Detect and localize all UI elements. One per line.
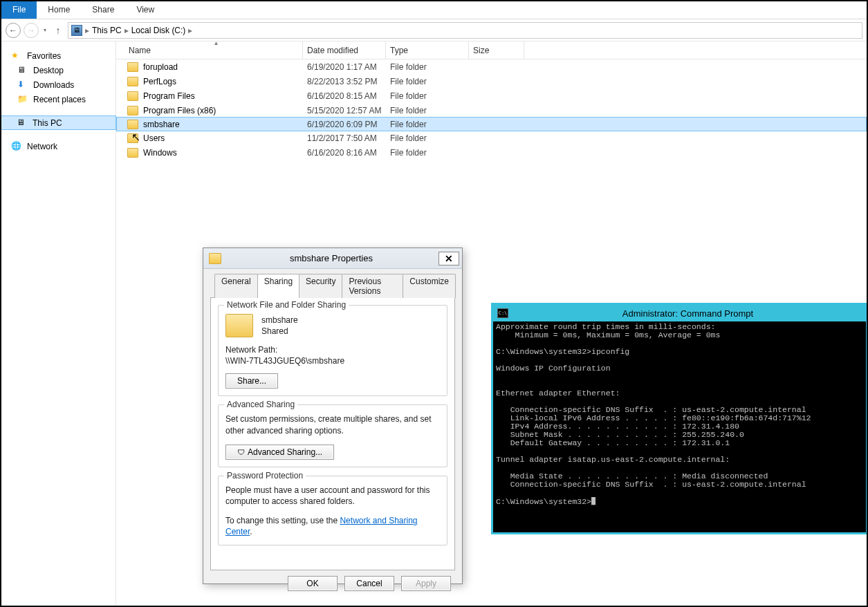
advanced-sharing-button[interactable]: Advanced Sharing...: [225, 445, 334, 460]
file-row[interactable]: forupload6/19/2020 1:17 AMFile folder: [116, 59, 867, 74]
sidebar-label: Network: [27, 142, 57, 151]
file-type: File folder: [386, 120, 469, 129]
tab-previous[interactable]: Previous Versions: [342, 274, 403, 298]
nav-forward-button[interactable]: →: [24, 23, 39, 38]
nav-history-caret[interactable]: ▾: [41, 27, 48, 33]
cmd-titlebar[interactable]: Administrator: Command Prompt: [493, 305, 866, 321]
sidebar-favorites[interactable]: Favorites: [1, 48, 116, 63]
sidebar-network[interactable]: Network: [1, 139, 116, 153]
sidebar-downloads[interactable]: Downloads: [1, 77, 116, 92]
breadcrumb-drive[interactable]: Local Disk (C:): [131, 26, 186, 35]
breadcrumb-sep-icon: ▸: [84, 26, 91, 35]
folder-icon: [209, 253, 221, 264]
file-row[interactable]: Program Files6/16/2020 8:15 AMFile folde…: [116, 88, 867, 103]
file-type: File folder: [386, 77, 469, 86]
group-legend: Advanced Sharing: [224, 400, 297, 409]
file-date: 5/15/2020 12:57 AM: [303, 106, 386, 115]
cancel-button[interactable]: Cancel: [344, 576, 394, 591]
password-protection-group: Password Protection People must have a u…: [218, 476, 447, 545]
file-name: Program Files (x86): [143, 106, 216, 115]
file-row[interactable]: Windows6/16/2020 8:16 AMFile folder: [116, 145, 867, 160]
navigation-pane: Favorites Desktop Downloads Recent place…: [1, 41, 116, 606]
command-prompt-window: Administrator: Command Prompt Approximat…: [491, 303, 868, 534]
advanced-desc: Set custom permissions, create multiple …: [225, 413, 440, 436]
file-type: File folder: [386, 91, 469, 101]
folder-icon: [127, 133, 138, 143]
sidebar-thispc[interactable]: This PC: [1, 115, 116, 130]
network-path-label: Network Path:: [225, 344, 440, 355]
folder-icon: [127, 91, 138, 101]
dialog-title: smbshare Properties: [224, 253, 438, 263]
folder-icon: [127, 77, 138, 86]
sidebar-label: Desktop: [33, 66, 64, 75]
ribbon-tab-file[interactable]: File: [1, 1, 37, 19]
folder-icon: [127, 106, 138, 115]
file-name: PerfLogs: [143, 77, 176, 86]
tab-sharing[interactable]: Sharing: [257, 274, 299, 298]
dialog-footer: OK Cancel Apply: [210, 570, 455, 591]
group-legend: Network File and Folder Sharing: [224, 300, 349, 310]
star-icon: [11, 50, 22, 62]
ribbon: File Home Share View: [1, 1, 867, 19]
folder-icon: [225, 314, 253, 337]
file-date: 11/2/2017 7:50 AM: [303, 133, 386, 143]
file-date: 6/19/2020 1:17 AM: [303, 62, 386, 72]
file-name: Program Files: [143, 91, 195, 101]
password-desc: People must have a user account and pass…: [225, 485, 440, 507]
share-status: Shared: [261, 326, 298, 337]
file-row[interactable]: Program Files (x86)5/15/2020 12:57 AMFil…: [116, 103, 867, 118]
file-row[interactable]: PerfLogs8/22/2013 3:52 PMFile folder: [116, 74, 867, 88]
nav-up-button[interactable]: ↑: [51, 25, 65, 36]
file-row[interactable]: smbshare6/19/2020 6:09 PMFile folder: [116, 117, 867, 131]
apply-button[interactable]: Apply: [401, 576, 451, 591]
breadcrumb-thispc[interactable]: This PC: [92, 26, 122, 35]
folder-icon: [17, 94, 28, 105]
folder-icon: [127, 148, 138, 158]
tab-customize[interactable]: Customize: [403, 274, 456, 298]
sort-ascending-icon: ▲: [214, 40, 219, 46]
sidebar-label: Downloads: [33, 80, 74, 90]
cmd-cursor: _: [591, 497, 595, 505]
dialog-close-button[interactable]: ✕: [438, 252, 459, 265]
file-type: File folder: [386, 148, 469, 158]
file-date: 6/16/2020 8:16 AM: [303, 148, 386, 158]
ok-button[interactable]: OK: [288, 576, 338, 591]
desktop-icon: [17, 65, 28, 76]
dialog-tabstrip: General Sharing Security Previous Versio…: [214, 273, 455, 297]
share-name: smbshare: [261, 315, 298, 326]
column-headers: Name ▲ Date modified Type Size: [116, 41, 867, 59]
ribbon-tab-home[interactable]: Home: [37, 1, 81, 19]
sidebar-recent[interactable]: Recent places: [1, 92, 116, 106]
computer-icon: [17, 118, 28, 129]
navbar: ← → ▾ ↑ ▸ This PC ▸ Local Disk (C:) ▸: [1, 19, 867, 41]
col-header-size[interactable]: Size: [469, 41, 524, 59]
col-header-type[interactable]: Type: [386, 41, 469, 59]
change-setting-suffix: .: [250, 527, 252, 536]
nav-back-button[interactable]: ←: [6, 23, 21, 38]
sidebar-desktop[interactable]: Desktop: [1, 63, 116, 77]
file-row[interactable]: Users11/2/2017 7:50 AMFile folder: [116, 131, 867, 145]
cmd-output[interactable]: Approximate round trip times in milli-se…: [493, 321, 866, 507]
file-date: 6/19/2020 6:09 PM: [303, 120, 386, 129]
file-name: smbshare: [143, 120, 180, 129]
address-bar[interactable]: ▸ This PC ▸ Local Disk (C:) ▸: [68, 22, 862, 39]
col-header-name[interactable]: Name ▲: [124, 41, 303, 59]
tab-security[interactable]: Security: [299, 274, 342, 298]
folder-icon: [127, 62, 138, 72]
file-name: Users: [143, 133, 165, 143]
network-path-value: \\WIN-7TL43JGUEQ6\smbshare: [225, 355, 440, 366]
col-header-date[interactable]: Date modified: [303, 41, 386, 59]
tab-general[interactable]: General: [214, 274, 258, 298]
file-type: File folder: [386, 62, 469, 72]
breadcrumb-sep-icon: ▸: [123, 26, 130, 35]
ribbon-tab-view[interactable]: View: [125, 1, 165, 19]
file-date: 6/16/2020 8:15 AM: [303, 91, 386, 101]
advanced-sharing-group: Advanced Sharing Set custom permissions,…: [218, 404, 447, 467]
ribbon-tab-share[interactable]: Share: [81, 1, 125, 19]
dialog-titlebar[interactable]: smbshare Properties ✕: [203, 248, 462, 269]
sidebar-label: Favorites: [27, 51, 61, 61]
col-label: Name: [129, 46, 151, 55]
network-sharing-group: Network File and Folder Sharing smbshare…: [218, 305, 447, 396]
share-button[interactable]: Share...: [225, 373, 278, 389]
breadcrumb-sep-icon: ▸: [187, 26, 194, 35]
